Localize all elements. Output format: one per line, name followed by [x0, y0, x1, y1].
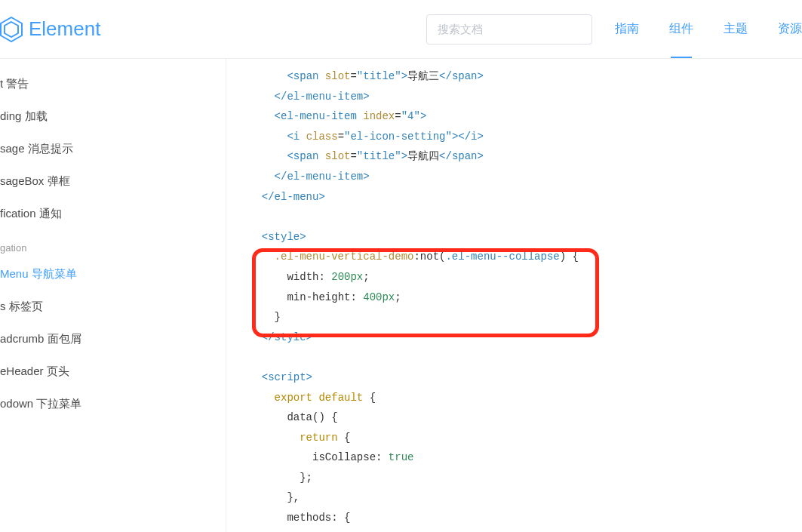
header: Element 指南 组件 主题 资源 [0, 0, 802, 59]
nav-theme[interactable]: 主题 [724, 2, 748, 57]
sidebar-item[interactable]: eHeader 页头 [0, 355, 226, 388]
sidebar: t 警告 ding 加载 sage 消息提示 sageBox 弹框 ficati… [0, 59, 226, 532]
sidebar-item[interactable]: odown 下拉菜单 [0, 388, 226, 420]
main: t 警告 ding 加载 sage 消息提示 sageBox 弹框 ficati… [0, 59, 802, 532]
sidebar-item[interactable]: sageBox 弹框 [0, 165, 226, 198]
nav-components[interactable]: 组件 [669, 2, 693, 57]
top-nav: 指南 组件 主题 资源 [615, 2, 802, 57]
sidebar-item-navmenu[interactable]: Menu 导航菜单 [0, 258, 226, 291]
sidebar-item[interactable]: sage 消息提示 [0, 133, 226, 165]
svg-marker-1 [5, 22, 18, 37]
code-block: <span slot="title">导航三</span> </el-menu-… [232, 66, 802, 528]
sidebar-group-label: gation [0, 230, 226, 258]
sidebar-item[interactable]: adcrumb 面包屑 [0, 323, 226, 355]
nav-guide[interactable]: 指南 [615, 2, 639, 57]
nav-resources[interactable]: 资源 [778, 2, 802, 57]
logo-icon [0, 17, 23, 42]
search-wrap [426, 14, 592, 45]
sidebar-item[interactable]: ding 加载 [0, 100, 226, 133]
brand-text: Element [29, 17, 100, 41]
sidebar-item[interactable]: fication 通知 [0, 198, 226, 230]
sidebar-item[interactable]: s 标签页 [0, 291, 226, 323]
logo[interactable]: Element [0, 17, 100, 42]
search-input[interactable] [426, 14, 592, 45]
sidebar-item[interactable]: t 警告 [0, 68, 226, 100]
content: <span slot="title">导航三</span> </el-menu-… [226, 59, 802, 532]
